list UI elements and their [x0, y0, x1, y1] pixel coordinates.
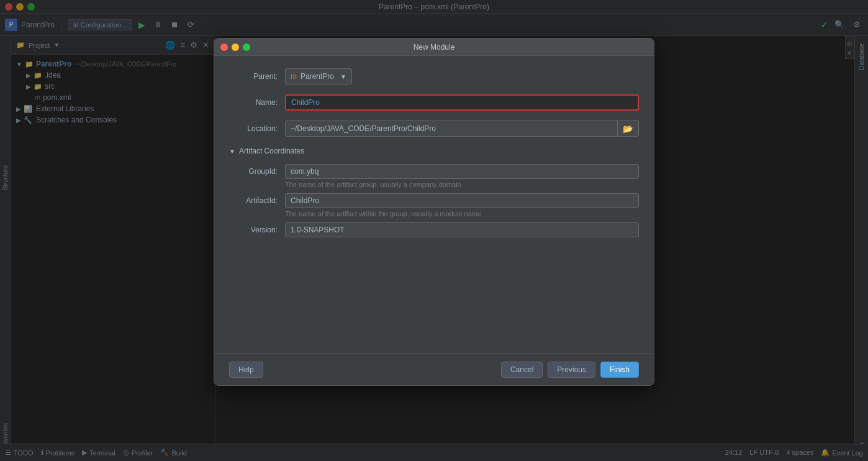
cancel-button[interactable]: Cancel — [501, 362, 543, 378]
name-input[interactable] — [285, 94, 639, 111]
location-row: Location: 📂 — [229, 121, 639, 137]
parent-maven-icon: m — [291, 72, 297, 81]
artifactid-label: ArtifactId: — [229, 193, 285, 205]
parent-name: ParentPro — [301, 72, 334, 81]
artifactid-row: ArtifactId: The name of the artifact wit… — [229, 193, 639, 217]
name-row: Name: — [229, 94, 639, 111]
groupid-row: GroupId: The name of the artifact group,… — [229, 164, 639, 188]
location-input[interactable] — [285, 121, 618, 137]
previous-button[interactable]: Previous — [548, 362, 595, 378]
location-label: Location: — [229, 124, 285, 133]
modal-body: Parent: m ParentPro ▼ Name: Location: 📂 — [214, 56, 654, 354]
modal-minimize-button[interactable] — [232, 43, 239, 51]
parent-row: Parent: m ParentPro ▼ — [229, 68, 639, 84]
parent-chevron-icon: ▼ — [340, 73, 346, 80]
artifact-header[interactable]: ▼ Artifact Coordinates — [229, 147, 639, 155]
artifactid-field-wrap: The name of the artifact within the grou… — [285, 193, 639, 217]
artifact-section: ▼ Artifact Coordinates GroupId: The name… — [229, 147, 639, 237]
help-button[interactable]: Help — [229, 362, 263, 378]
artifactid-hint: The name of the artifact within the grou… — [285, 210, 639, 217]
version-row: Version: — [229, 222, 639, 237]
name-label: Name: — [229, 98, 285, 107]
location-browse-button[interactable]: 📂 — [618, 121, 639, 137]
modal-titlebar-buttons[interactable] — [220, 43, 250, 51]
groupid-hint: The name of the artifact group, usually … — [285, 181, 639, 188]
modal-titlebar: New Module — [214, 39, 654, 56]
artifact-title: Artifact Coordinates — [239, 147, 304, 155]
new-module-dialog: New Module Parent: m ParentPro ▼ Name: L… — [214, 38, 654, 386]
finish-button[interactable]: Finish — [600, 362, 639, 378]
modal-close-button[interactable] — [220, 43, 228, 51]
groupid-field-wrap: The name of the artifact group, usually … — [285, 164, 639, 188]
modal-footer: Help Cancel Previous Finish — [214, 354, 654, 385]
version-input[interactable] — [285, 222, 639, 237]
artifact-toggle-icon: ▼ — [229, 148, 235, 155]
parent-dropdown[interactable]: m ParentPro ▼ — [285, 68, 352, 84]
groupid-label: GroupId: — [229, 164, 285, 176]
version-field-wrap — [285, 222, 639, 237]
modal-title: New Module — [414, 43, 455, 52]
version-label: Version: — [229, 222, 285, 234]
groupid-input[interactable] — [285, 164, 639, 179]
modal-maximize-button[interactable] — [243, 43, 250, 51]
modal-overlay: New Module Parent: m ParentPro ▼ Name: L… — [0, 0, 868, 461]
footer-right-buttons: Cancel Previous Finish — [501, 362, 639, 378]
parent-label: Parent: — [229, 72, 285, 81]
artifactid-input[interactable] — [285, 193, 639, 208]
